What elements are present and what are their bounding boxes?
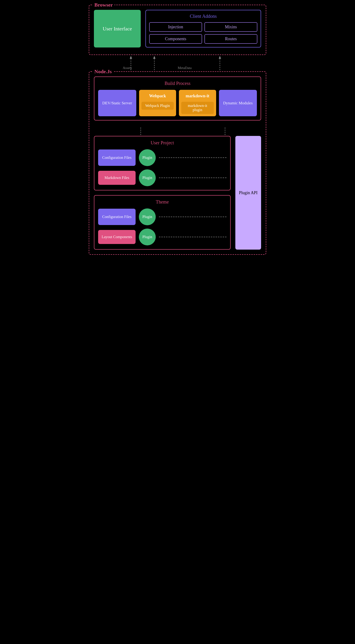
- browser-label: Browser: [93, 2, 114, 8]
- markdown-plugin-label: markdown-it plugin: [181, 102, 214, 114]
- theme-config-files-box: Configuration Files: [98, 209, 136, 225]
- build-process-title: Build Process: [98, 81, 257, 86]
- user-project-row-1: Configuration Files Plugin: [98, 149, 226, 166]
- svg-marker-1: [130, 56, 132, 59]
- user-project-title: User Project: [98, 140, 226, 146]
- markdown-files-box: Markdown Files: [98, 171, 136, 185]
- browser-section: Browser User Interface Client Addons Inj…: [89, 5, 266, 55]
- addon-components: Components: [149, 34, 202, 44]
- plugin-circle-1: Plugin: [139, 149, 156, 166]
- build-tools-row: DEV/Static Server Webpack Webpack Plugin…: [98, 90, 257, 116]
- tool-markdown: markdown-it markdown-it plugin: [179, 90, 216, 116]
- client-addons-title: Client Addons: [149, 14, 257, 19]
- build-process-box: Build Process DEV/Static Server Webpack …: [94, 76, 261, 120]
- connector-h-3: [159, 216, 226, 217]
- connector-svg: Assets MetaData: [89, 55, 266, 71]
- tool-webpack: Webpack Webpack Plugin: [139, 90, 176, 116]
- svg-text:Assets: Assets: [123, 66, 132, 70]
- tool-dynamic: Dynamic Modules: [219, 90, 257, 116]
- plugin-api-box: Plugin API: [235, 136, 261, 250]
- addon-injection: Injection: [149, 22, 202, 32]
- mid-connector-svg: [94, 128, 261, 136]
- connector-area: Assets MetaData: [89, 55, 266, 71]
- dev-static-label: DEV/Static Server: [102, 101, 132, 106]
- connector-h-4: [159, 237, 226, 237]
- addon-mixins: Mixins: [204, 22, 257, 32]
- config-files-box: Configuration Files: [98, 150, 136, 166]
- browser-inner: User Interface Client Addons Injection M…: [94, 10, 261, 48]
- addons-grid: Injection Mixins Components Routes: [149, 22, 257, 44]
- connector-h-1: [159, 158, 226, 158]
- theme-row-2: Layout Components Plugin: [98, 228, 226, 246]
- nodejs-label: Node.Js: [93, 68, 113, 74]
- svg-marker-3: [153, 56, 156, 59]
- theme-title: Theme: [98, 199, 226, 205]
- plugin-circle-3: Plugin: [139, 208, 156, 225]
- svg-text:MetaData: MetaData: [178, 66, 192, 70]
- plugin-api-label: Plugin API: [239, 190, 258, 195]
- addon-routes: Routes: [204, 34, 257, 44]
- theme-row-1: Configuration Files Plugin: [98, 208, 226, 225]
- lower-row: User Project Configuration Files Plugin …: [94, 136, 261, 250]
- layout-components-box: Layout Components: [98, 230, 136, 244]
- nodejs-section: Node.Js Build Process DEV/Static Server …: [89, 71, 266, 255]
- user-interface-box: User Interface: [94, 10, 141, 48]
- user-project-row-2: Markdown Files Plugin: [98, 169, 226, 186]
- diagram: Browser User Interface Client Addons Inj…: [89, 5, 266, 255]
- webpack-label: Webpack: [141, 92, 174, 100]
- ui-label: User Interface: [103, 26, 132, 32]
- client-addons-box: Client Addons Injection Mixins Component…: [145, 10, 261, 48]
- theme-rows: Configuration Files Plugin Layout Compon…: [98, 208, 226, 246]
- user-project-rows: Configuration Files Plugin Markdown File…: [98, 149, 226, 186]
- dynamic-label: Dynamic Modules: [223, 101, 253, 106]
- plugin-circle-4: Plugin: [139, 228, 156, 246]
- svg-marker-5: [219, 56, 221, 59]
- webpack-plugin-label: Webpack Plugin: [141, 102, 174, 110]
- markdown-label: markdown-it: [181, 92, 214, 100]
- theme-box: Theme Configuration Files Plugin Layout …: [94, 195, 231, 250]
- lower-left: User Project Configuration Files Plugin …: [94, 136, 231, 250]
- tool-dev-static: DEV/Static Server: [98, 90, 136, 116]
- connector-h-2: [159, 178, 226, 178]
- user-project-box: User Project Configuration Files Plugin …: [94, 136, 231, 190]
- plugin-circle-2: Plugin: [139, 169, 156, 186]
- mid-connector: [94, 128, 261, 136]
